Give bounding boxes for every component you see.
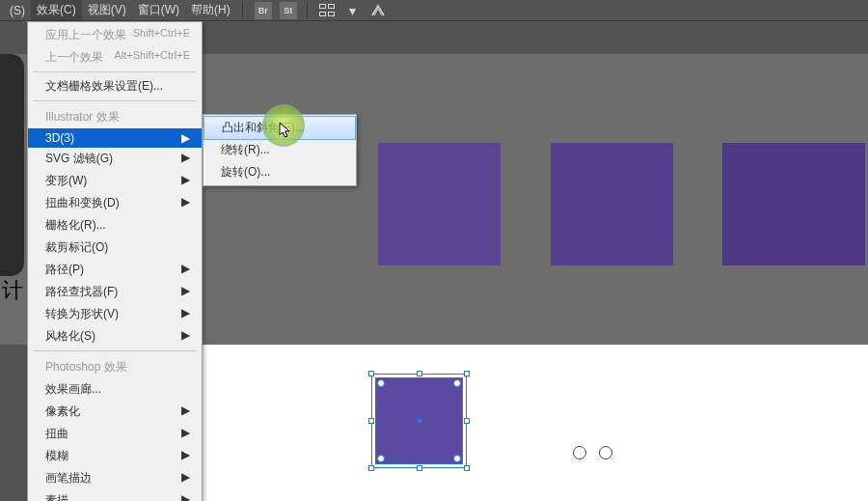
mi-label: 文档栅格效果设置(E)... bbox=[45, 78, 163, 95]
dark-panel-edge bbox=[0, 54, 24, 276]
submenu-arrow-icon: ▶ bbox=[181, 426, 190, 442]
anchor-bl[interactable] bbox=[377, 455, 385, 462]
mi-svg-filters[interactable]: SVG 滤镜(G)▶ bbox=[28, 148, 202, 170]
gpu-preview-icon[interactable] bbox=[369, 4, 387, 17]
submenu-arrow-icon: ▶ bbox=[181, 448, 190, 464]
menu-view[interactable]: 视图(V) bbox=[82, 0, 132, 20]
mi-label: 旋转(O)... bbox=[221, 165, 270, 179]
anchor-tl[interactable] bbox=[377, 379, 385, 387]
menubar: (S) 效果(C) 视图(V) 窗口(W) 帮助(H) Br St ▾ bbox=[0, 0, 868, 21]
mi-sketch[interactable]: 素描▶ bbox=[28, 489, 202, 501]
submenu-arrow-icon: ▶ bbox=[181, 173, 190, 189]
menu-effect[interactable]: 效果(C) bbox=[31, 0, 82, 20]
mi-rotate[interactable]: 旋转(O)... bbox=[203, 161, 356, 183]
resize-handle-br[interactable] bbox=[464, 465, 470, 471]
mi-rasterize[interactable]: 栅格化(R)... bbox=[28, 214, 202, 237]
mi-label: 扭曲和变换(D) bbox=[45, 195, 120, 211]
separator bbox=[34, 350, 196, 351]
mi-label: 路径查找器(F) bbox=[45, 284, 118, 300]
purple-square-2[interactable] bbox=[551, 143, 673, 265]
mi-extrude-bevel[interactable]: 凸出和斜角(E)... bbox=[203, 116, 356, 140]
divider bbox=[307, 3, 308, 18]
dropdown-chevron-icon[interactable]: ▾ bbox=[344, 4, 362, 17]
submenu-arrow-icon: ▶ bbox=[181, 306, 190, 322]
separator bbox=[34, 71, 196, 72]
mi-crop-marks[interactable]: 裁剪标记(O) bbox=[28, 237, 202, 259]
mi-label: 模糊 bbox=[45, 448, 68, 464]
mi-label: 像素化 bbox=[45, 404, 80, 420]
mi-label: 上一个效果 bbox=[45, 49, 103, 66]
mi-shortcut: Alt+Shift+Ctrl+E bbox=[114, 49, 190, 66]
bridge-icon[interactable]: Br bbox=[255, 2, 272, 19]
mi-label: 效果画廊... bbox=[45, 381, 101, 398]
mi-label: 裁剪标记(O) bbox=[45, 239, 108, 256]
mi-brush-strokes[interactable]: 画笔描边▶ bbox=[28, 467, 202, 489]
mi-label: SVG 滤镜(G) bbox=[45, 151, 113, 167]
hollow-circle-1[interactable] bbox=[573, 446, 586, 459]
mi-label: 扭曲 bbox=[45, 426, 68, 442]
submenu-3d: 凸出和斜角(E)... 绕转(R)... 旋转(O)... bbox=[203, 114, 357, 186]
resize-handle-tl[interactable] bbox=[368, 371, 374, 376]
submenu-arrow-icon: ▶ bbox=[181, 284, 190, 300]
hollow-circle-2[interactable] bbox=[599, 446, 612, 459]
mi-last-effect-dialog: 上一个效果 Alt+Shift+Ctrl+E bbox=[28, 46, 202, 69]
purple-square-1[interactable] bbox=[378, 143, 501, 265]
mi-label: 绕转(R)... bbox=[221, 143, 270, 156]
resize-handle-bl[interactable] bbox=[368, 465, 374, 471]
submenu-arrow-icon: ▶ bbox=[181, 131, 190, 145]
purple-square-3[interactable] bbox=[722, 143, 865, 265]
divider bbox=[242, 3, 243, 18]
submenu-arrow-icon: ▶ bbox=[181, 470, 190, 487]
mi-doc-raster-settings[interactable]: 文档栅格效果设置(E)... bbox=[28, 75, 202, 97]
anchor-br[interactable] bbox=[453, 455, 461, 462]
mi-illustrator-effects-header: Illustrator 效果 bbox=[28, 104, 202, 128]
menu-select[interactable]: (S) bbox=[4, 2, 31, 19]
selected-square[interactable] bbox=[371, 374, 467, 468]
anchor-tr[interactable] bbox=[453, 379, 461, 387]
mi-photoshop-effects-header: Photoshop 效果 bbox=[28, 354, 202, 378]
submenu-arrow-icon: ▶ bbox=[181, 151, 190, 167]
menu-help[interactable]: 帮助(H) bbox=[185, 0, 236, 20]
mi-label: 变形(W) bbox=[45, 173, 87, 189]
mi-label: 画笔描边 bbox=[45, 470, 92, 487]
submenu-arrow-icon: ▶ bbox=[181, 328, 190, 345]
mi-effect-gallery[interactable]: 效果画廊... bbox=[28, 378, 202, 401]
resize-handle-b[interactable] bbox=[417, 465, 422, 471]
mi-distort-transform[interactable]: 扭曲和变换(D)▶ bbox=[28, 192, 202, 214]
submenu-arrow-icon: ▶ bbox=[181, 195, 190, 211]
resize-handle-tr[interactable] bbox=[464, 371, 470, 376]
mi-label: 凸出和斜角(E)... bbox=[222, 121, 305, 134]
artboard[interactable] bbox=[201, 345, 868, 501]
mi-label: 3D(3) bbox=[45, 131, 74, 145]
mi-label: 路径(P) bbox=[45, 262, 84, 278]
resize-handle-t[interactable] bbox=[417, 371, 422, 376]
mi-stylize-ai[interactable]: 风格化(S)▶ bbox=[28, 325, 202, 348]
arrange-documents-icon[interactable] bbox=[319, 4, 337, 17]
mi-pixelate[interactable]: 像素化▶ bbox=[28, 401, 202, 423]
mi-label: 栅格化(R)... bbox=[45, 217, 106, 234]
mi-label: 素描 bbox=[45, 492, 68, 501]
mi-label: Illustrator 效果 bbox=[45, 109, 120, 125]
submenu-arrow-icon: ▶ bbox=[181, 262, 190, 278]
mi-warp[interactable]: 变形(W)▶ bbox=[28, 170, 202, 192]
mi-3d[interactable]: 3D(3)▶ bbox=[28, 128, 202, 148]
effects-dropdown: 应用上一个效果 Shift+Ctrl+E 上一个效果 Alt+Shift+Ctr… bbox=[27, 21, 203, 501]
mi-revolve[interactable]: 绕转(R)... bbox=[203, 139, 356, 161]
mi-label: 风格化(S) bbox=[45, 328, 95, 345]
menu-window[interactable]: 窗口(W) bbox=[132, 0, 185, 20]
mi-convert-to-shape[interactable]: 转换为形状(V)▶ bbox=[28, 303, 202, 325]
mi-label: 应用上一个效果 bbox=[45, 27, 126, 43]
center-point[interactable] bbox=[418, 419, 421, 423]
stock-icon[interactable]: St bbox=[280, 2, 297, 19]
mi-path[interactable]: 路径(P)▶ bbox=[28, 259, 202, 281]
resize-handle-r[interactable] bbox=[464, 418, 470, 424]
mi-blur[interactable]: 模糊▶ bbox=[28, 445, 202, 467]
submenu-arrow-icon: ▶ bbox=[181, 404, 190, 420]
mi-apply-last-effect: 应用上一个效果 Shift+Ctrl+E bbox=[28, 24, 202, 46]
mi-pathfinder[interactable]: 路径查找器(F)▶ bbox=[28, 281, 202, 303]
resize-handle-l[interactable] bbox=[368, 418, 374, 424]
mi-distort-ps[interactable]: 扭曲▶ bbox=[28, 423, 202, 445]
mi-label: Photoshop 效果 bbox=[45, 359, 127, 376]
mi-shortcut: Shift+Ctrl+E bbox=[133, 27, 190, 43]
separator bbox=[34, 100, 196, 101]
